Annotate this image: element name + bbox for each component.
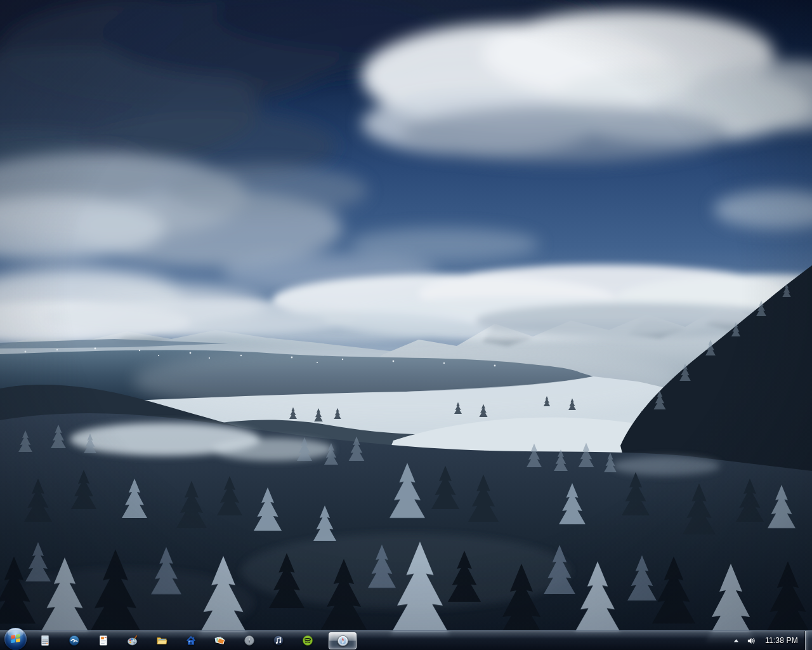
vignette [0,0,812,650]
taskbar-item-safari-active[interactable] [329,632,357,649]
volume-button[interactable] [743,631,760,650]
paint-palette-icon [127,635,138,646]
speaker-icon [747,636,756,646]
openoffice-icon [69,635,80,646]
system-tray: 11:38 PM [730,631,812,650]
desktop-wallpaper [0,0,812,650]
folder-explorer-icon [156,635,167,646]
taskbar-item-home[interactable] [178,632,204,649]
show-hidden-icons-arrow-icon [733,637,740,644]
windows-orb-icon [10,632,22,645]
compass-icon [244,635,255,646]
text-document-icon [98,635,109,646]
taskbar-item-safari[interactable] [236,632,263,649]
taskbar-clock[interactable]: 11:38 PM [760,631,804,650]
taskbar: 11:38 PM [0,630,812,650]
taskbar-item-spotify[interactable] [294,632,321,649]
photo-stack-icon [214,635,226,646]
blue-house-icon [185,635,197,646]
taskbar-item-text-document[interactable] [90,632,117,649]
music-note-icon [273,635,284,646]
taskbar-pinned-apps [30,631,322,650]
compass-icon [337,635,349,647]
taskbar-item-photo-viewer[interactable] [207,632,233,649]
taskbar-item-itunes[interactable] [265,632,292,649]
show-desktop-button[interactable] [804,631,812,650]
calculator-icon [39,635,51,646]
taskbar-item-file-explorer[interactable] [148,632,175,649]
start-button[interactable] [4,628,27,650]
taskbar-item-openoffice[interactable] [61,632,88,649]
desktop: 11:38 PM [0,0,812,650]
spotify-icon [302,635,313,646]
taskbar-item-calculator[interactable] [32,632,58,649]
taskbar-open-apps [322,631,358,650]
show-hidden-icons-button[interactable] [730,631,743,650]
taskbar-item-paint[interactable] [119,632,146,649]
